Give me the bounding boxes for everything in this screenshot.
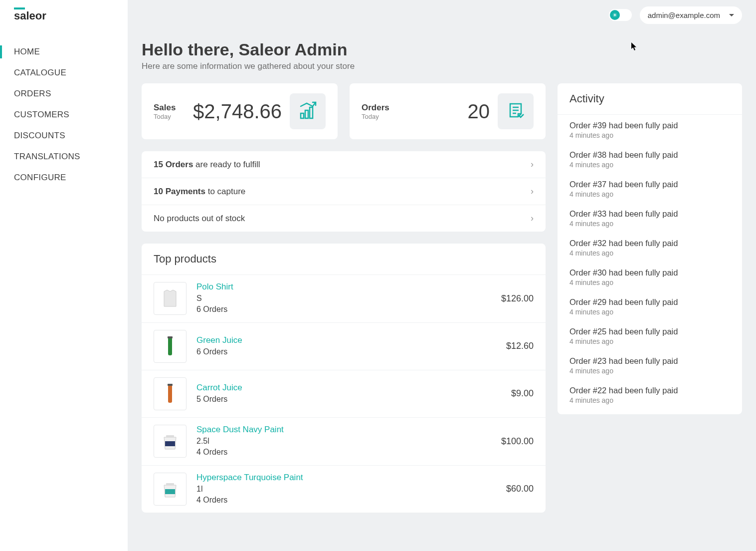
svg-rect-7 bbox=[168, 337, 172, 355]
product-price: $100.00 bbox=[501, 436, 534, 447]
sales-label: Sales bbox=[154, 103, 176, 113]
nav-item-configure[interactable]: CONFIGURE bbox=[0, 167, 128, 188]
product-row[interactable]: Green Juice6 Orders$12.60 bbox=[142, 323, 546, 370]
svg-rect-2 bbox=[305, 110, 308, 118]
action-row[interactable]: 10 Payments to capture› bbox=[142, 178, 546, 205]
activity-text: Order #23 had been fully paid bbox=[569, 356, 730, 366]
page-title: Hello there, Saleor Admin bbox=[142, 40, 742, 59]
activity-time: 4 minutes ago bbox=[569, 396, 730, 404]
activity-time: 4 minutes ago bbox=[569, 220, 730, 228]
activity-item[interactable]: Order #25 had been fully paid4 minutes a… bbox=[558, 321, 742, 350]
top-products-title: Top products bbox=[142, 244, 546, 275]
product-thumb bbox=[154, 330, 187, 363]
product-name-link[interactable]: Polo Shirt bbox=[196, 282, 491, 292]
activity-item[interactable]: Order #33 had been fully paid4 minutes a… bbox=[558, 203, 742, 233]
activity-item[interactable]: Order #38 had been fully paid4 minutes a… bbox=[558, 144, 742, 174]
product-meta: 6 Orders bbox=[196, 346, 496, 357]
user-menu[interactable]: admin@example.com bbox=[640, 6, 742, 24]
orders-period: Today bbox=[362, 113, 389, 120]
nav-item-home[interactable]: HOME bbox=[0, 41, 128, 62]
svg-rect-12 bbox=[166, 435, 174, 437]
action-list: 15 Orders are ready to fulfill›10 Paymen… bbox=[142, 151, 546, 232]
activity-text: Order #30 had been fully paid bbox=[569, 268, 730, 277]
product-name-link[interactable]: Hyperspace Turquoise Paint bbox=[196, 473, 496, 483]
activity-time: 4 minutes ago bbox=[569, 367, 730, 375]
activity-item[interactable]: Order #37 had been fully paid4 minutes a… bbox=[558, 174, 742, 203]
activity-time: 4 minutes ago bbox=[569, 161, 730, 169]
activity-title: Activity bbox=[558, 83, 742, 115]
activity-item[interactable]: Order #32 had been fully paid4 minutes a… bbox=[558, 233, 742, 262]
product-meta: S6 Orders bbox=[196, 293, 491, 315]
brand-text: saleor bbox=[14, 9, 46, 21]
product-meta: 5 Orders bbox=[196, 394, 501, 405]
product-name-link[interactable]: Carrot Juice bbox=[196, 383, 501, 393]
chevron-right-icon: › bbox=[531, 213, 534, 224]
chevron-right-icon: › bbox=[531, 186, 534, 197]
chevron-right-icon: › bbox=[531, 159, 534, 170]
product-thumb bbox=[154, 425, 187, 458]
activity-item[interactable]: Order #22 had been fully paid4 minutes a… bbox=[558, 380, 742, 409]
nav-item-customers[interactable]: CUSTOMERS bbox=[0, 104, 128, 125]
product-row[interactable]: Hyperspace Turquoise Paint1l4 Orders$60.… bbox=[142, 466, 546, 513]
product-meta: 1l4 Orders bbox=[196, 484, 496, 506]
chart-icon bbox=[290, 93, 326, 129]
nav-item-orders[interactable]: ORDERS bbox=[0, 83, 128, 104]
nav: HOMECATALOGUEORDERSCUSTOMERSDISCOUNTSTRA… bbox=[0, 41, 128, 188]
orders-label: Orders bbox=[362, 103, 389, 113]
sidebar: saleor HOMECATALOGUEORDERSCUSTOMERSDISCO… bbox=[0, 0, 128, 551]
activity-time: 4 minutes ago bbox=[569, 190, 730, 198]
activity-item[interactable]: Order #30 had been fully paid4 minutes a… bbox=[558, 262, 742, 291]
activity-item[interactable]: Order #29 had been fully paid4 minutes a… bbox=[558, 291, 742, 321]
main-content: Hello there, Saleor Admin Here are some … bbox=[128, 30, 756, 523]
sales-value: $2,748.66 bbox=[193, 100, 282, 123]
sales-period: Today bbox=[154, 113, 176, 120]
product-price: $9.00 bbox=[511, 388, 534, 399]
activity-text: Order #38 had been fully paid bbox=[569, 150, 730, 160]
activity-item[interactable]: Order #23 had been fully paid4 minutes a… bbox=[558, 350, 742, 380]
activity-text: Order #32 had been fully paid bbox=[569, 239, 730, 248]
product-name-link[interactable]: Green Juice bbox=[196, 335, 496, 345]
product-thumb bbox=[154, 473, 187, 506]
product-thumb bbox=[154, 282, 187, 315]
product-row[interactable]: Space Dust Navy Paint2.5l4 Orders$100.00 bbox=[142, 418, 546, 466]
svg-rect-11 bbox=[165, 441, 175, 446]
svg-rect-13 bbox=[165, 489, 175, 494]
action-row[interactable]: 15 Orders are ready to fulfill› bbox=[142, 151, 546, 178]
orders-value: 20 bbox=[468, 100, 490, 123]
nav-item-catalogue[interactable]: CATALOGUE bbox=[0, 62, 128, 83]
activity-text: Order #33 had been fully paid bbox=[569, 209, 730, 219]
svg-rect-9 bbox=[168, 385, 172, 403]
activity-item[interactable]: Order #39 had been fully paid4 minutes a… bbox=[558, 115, 742, 144]
product-price: $12.60 bbox=[506, 341, 534, 351]
svg-rect-3 bbox=[310, 107, 313, 118]
activity-text: Order #37 had been fully paid bbox=[569, 180, 730, 189]
theme-toggle[interactable]: ☀ bbox=[609, 9, 632, 21]
svg-rect-10 bbox=[168, 384, 173, 386]
sales-card: Sales Today $2,748.66 bbox=[142, 83, 338, 139]
activity-card: Activity Order #39 had been fully paid4 … bbox=[558, 83, 742, 414]
activity-time: 4 minutes ago bbox=[569, 131, 730, 139]
list-check-icon bbox=[498, 93, 534, 129]
topbar: ☀ admin@example.com bbox=[128, 0, 756, 30]
nav-item-discounts[interactable]: DISCOUNTS bbox=[0, 125, 128, 146]
activity-time: 4 minutes ago bbox=[569, 308, 730, 316]
stat-row: Sales Today $2,748.66 bbox=[142, 83, 546, 139]
chevron-down-icon bbox=[729, 14, 734, 16]
product-name-link[interactable]: Space Dust Navy Paint bbox=[196, 425, 491, 435]
top-products-card: Top products Polo ShirtS6 Orders$126.00G… bbox=[142, 244, 546, 513]
action-row[interactable]: No products out of stock› bbox=[142, 205, 546, 232]
activity-time: 4 minutes ago bbox=[569, 278, 730, 286]
page-subtitle: Here are some information we gathered ab… bbox=[142, 61, 742, 71]
product-row[interactable]: Carrot Juice5 Orders$9.00 bbox=[142, 370, 546, 418]
product-price: $60.00 bbox=[506, 484, 534, 494]
product-row[interactable]: Polo ShirtS6 Orders$126.00 bbox=[142, 275, 546, 323]
activity-text: Order #25 had been fully paid bbox=[569, 327, 730, 336]
user-email: admin@example.com bbox=[648, 11, 720, 19]
activity-text: Order #22 had been fully paid bbox=[569, 386, 730, 395]
svg-rect-14 bbox=[166, 483, 174, 485]
sun-icon: ☀ bbox=[610, 10, 620, 20]
svg-rect-8 bbox=[168, 336, 173, 338]
product-price: $126.00 bbox=[501, 293, 534, 304]
nav-item-translations[interactable]: TRANSLATIONS bbox=[0, 146, 128, 167]
activity-time: 4 minutes ago bbox=[569, 249, 730, 257]
